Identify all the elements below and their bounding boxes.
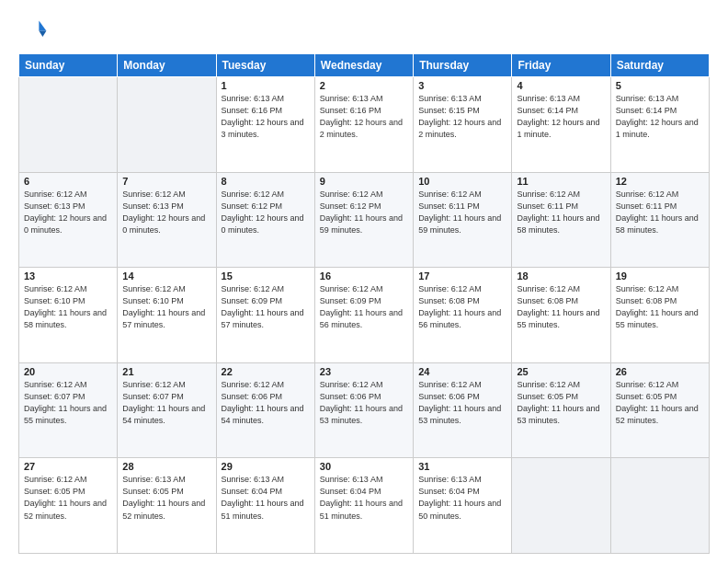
header-row: SundayMondayTuesdayWednesdayThursdayFrid…: [19, 54, 710, 77]
day-cell: 14Sunrise: 6:12 AMSunset: 6:10 PMDayligh…: [118, 268, 216, 363]
col-header-friday: Friday: [512, 54, 610, 77]
week-row-4: 20Sunrise: 6:12 AMSunset: 6:07 PMDayligh…: [19, 362, 710, 458]
day-cell: 24Sunrise: 6:12 AMSunset: 6:06 PMDayligh…: [414, 362, 512, 458]
day-number: 22: [222, 366, 310, 377]
day-detail: Sunrise: 6:12 AMSunset: 6:13 PMDaylight:…: [122, 189, 210, 236]
sunset-text: Sunset: 6:04 PM: [320, 486, 408, 498]
day-detail: Sunrise: 6:13 AMSunset: 6:15 PMDaylight:…: [418, 93, 506, 141]
day-number: 20: [24, 366, 112, 377]
col-header-thursday: Thursday: [414, 54, 512, 77]
day-number: 1: [222, 80, 310, 91]
sunset-text: Sunset: 6:09 PM: [222, 295, 310, 307]
sunset-text: Sunset: 6:14 PM: [517, 105, 605, 117]
sunset-text: Sunset: 6:06 PM: [418, 391, 506, 403]
day-number: 18: [517, 270, 605, 282]
day-number: 10: [418, 176, 506, 187]
col-header-wednesday: Wednesday: [314, 54, 413, 77]
day-detail: Sunrise: 6:12 AMSunset: 6:08 PMDaylight:…: [418, 283, 506, 331]
page: SundayMondayTuesdayWednesdayThursdayFrid…: [0, 0, 728, 563]
day-cell: 29Sunrise: 6:13 AMSunset: 6:04 PMDayligh…: [216, 458, 314, 554]
day-cell: 22Sunrise: 6:12 AMSunset: 6:06 PMDayligh…: [216, 362, 314, 458]
day-cell: [19, 77, 118, 173]
day-detail: Sunrise: 6:13 AMSunset: 6:04 PMDaylight:…: [320, 474, 408, 522]
sunrise-text: Sunrise: 6:12 AM: [24, 474, 112, 486]
day-number: 2: [320, 80, 408, 91]
sunrise-text: Sunrise: 6:12 AM: [122, 283, 210, 295]
sunset-text: Sunset: 6:07 PM: [122, 391, 210, 403]
daylight-text: Daylight: 11 hours and 53 minutes.: [418, 403, 506, 427]
sunset-text: Sunset: 6:06 PM: [222, 391, 310, 403]
daylight-text: Daylight: 11 hours and 54 minutes.: [222, 403, 310, 427]
sunset-text: Sunset: 6:12 PM: [222, 201, 310, 213]
sunset-text: Sunset: 6:11 PM: [418, 201, 506, 213]
sunset-text: Sunset: 6:13 PM: [122, 201, 210, 213]
sunset-text: Sunset: 6:08 PM: [616, 295, 704, 307]
day-number: 9: [320, 176, 408, 187]
day-cell: 6Sunrise: 6:12 AMSunset: 6:13 PMDaylight…: [19, 172, 118, 268]
day-cell: 19Sunrise: 6:12 AMSunset: 6:08 PMDayligh…: [610, 268, 709, 363]
sunset-text: Sunset: 6:14 PM: [616, 105, 704, 117]
day-cell: 17Sunrise: 6:12 AMSunset: 6:08 PMDayligh…: [414, 268, 512, 363]
sunrise-text: Sunrise: 6:13 AM: [122, 474, 210, 486]
day-number: 27: [24, 461, 112, 472]
day-detail: Sunrise: 6:12 AMSunset: 6:12 PMDaylight:…: [222, 189, 310, 236]
day-cell: 15Sunrise: 6:12 AMSunset: 6:09 PMDayligh…: [216, 268, 314, 363]
day-cell: 23Sunrise: 6:12 AMSunset: 6:06 PMDayligh…: [314, 362, 413, 458]
day-number: 29: [222, 461, 310, 472]
day-cell: 11Sunrise: 6:12 AMSunset: 6:11 PMDayligh…: [512, 172, 610, 268]
day-number: 19: [616, 270, 704, 282]
sunset-text: Sunset: 6:12 PM: [320, 201, 408, 213]
sunrise-text: Sunrise: 6:13 AM: [320, 93, 408, 105]
sunset-text: Sunset: 6:08 PM: [418, 295, 506, 307]
sunrise-text: Sunrise: 6:12 AM: [222, 379, 310, 391]
daylight-text: Daylight: 11 hours and 58 minutes.: [24, 307, 112, 331]
daylight-text: Daylight: 11 hours and 51 minutes.: [222, 498, 310, 522]
day-detail: Sunrise: 6:12 AMSunset: 6:11 PMDaylight:…: [418, 189, 506, 236]
sunrise-text: Sunrise: 6:12 AM: [616, 379, 704, 391]
sunrise-text: Sunrise: 6:12 AM: [24, 283, 112, 295]
day-detail: Sunrise: 6:13 AMSunset: 6:16 PMDaylight:…: [320, 93, 408, 141]
day-number: 26: [616, 366, 704, 377]
daylight-text: Daylight: 11 hours and 52 minutes.: [24, 498, 112, 522]
sunset-text: Sunset: 6:06 PM: [320, 391, 408, 403]
daylight-text: Daylight: 12 hours and 2 minutes.: [320, 117, 408, 141]
daylight-text: Daylight: 12 hours and 1 minute.: [517, 117, 605, 141]
day-cell: 16Sunrise: 6:12 AMSunset: 6:09 PMDayligh…: [314, 268, 413, 363]
day-detail: Sunrise: 6:13 AMSunset: 6:04 PMDaylight:…: [418, 474, 506, 522]
sunrise-text: Sunrise: 6:13 AM: [418, 474, 506, 486]
col-header-tuesday: Tuesday: [216, 54, 314, 77]
day-cell: 21Sunrise: 6:12 AMSunset: 6:07 PMDayligh…: [118, 362, 216, 458]
day-cell: 5Sunrise: 6:13 AMSunset: 6:14 PMDaylight…: [610, 77, 709, 173]
sunset-text: Sunset: 6:05 PM: [517, 391, 605, 403]
sunrise-text: Sunrise: 6:12 AM: [616, 189, 704, 201]
sunrise-text: Sunrise: 6:12 AM: [320, 189, 408, 201]
sunrise-text: Sunrise: 6:12 AM: [517, 283, 605, 295]
day-cell: 18Sunrise: 6:12 AMSunset: 6:08 PMDayligh…: [512, 268, 610, 363]
day-detail: Sunrise: 6:13 AMSunset: 6:14 PMDaylight:…: [616, 93, 704, 141]
svg-marker-1: [39, 31, 46, 37]
day-detail: Sunrise: 6:12 AMSunset: 6:08 PMDaylight:…: [517, 283, 605, 331]
day-detail: Sunrise: 6:12 AMSunset: 6:05 PMDaylight:…: [517, 379, 605, 427]
sunrise-text: Sunrise: 6:12 AM: [418, 283, 506, 295]
sunrise-text: Sunrise: 6:12 AM: [517, 189, 605, 201]
day-number: 30: [320, 461, 408, 472]
sunrise-text: Sunrise: 6:12 AM: [24, 189, 112, 201]
day-cell: 9Sunrise: 6:12 AMSunset: 6:12 PMDaylight…: [314, 172, 413, 268]
day-detail: Sunrise: 6:13 AMSunset: 6:14 PMDaylight:…: [517, 93, 605, 141]
day-detail: Sunrise: 6:13 AMSunset: 6:16 PMDaylight:…: [222, 93, 310, 141]
sunset-text: Sunset: 6:09 PM: [320, 295, 408, 307]
day-cell: [118, 77, 216, 173]
logo: [18, 15, 51, 44]
calendar: SundayMondayTuesdayWednesdayThursdayFrid…: [18, 53, 710, 554]
daylight-text: Daylight: 11 hours and 59 minutes.: [418, 213, 506, 236]
sunrise-text: Sunrise: 6:13 AM: [320, 474, 408, 486]
sunset-text: Sunset: 6:16 PM: [222, 105, 310, 117]
day-cell: 10Sunrise: 6:12 AMSunset: 6:11 PMDayligh…: [414, 172, 512, 268]
day-detail: Sunrise: 6:12 AMSunset: 6:11 PMDaylight:…: [616, 189, 704, 236]
sunset-text: Sunset: 6:10 PM: [24, 295, 112, 307]
sunset-text: Sunset: 6:04 PM: [222, 486, 310, 498]
sunrise-text: Sunrise: 6:12 AM: [222, 283, 310, 295]
sunrise-text: Sunrise: 6:13 AM: [616, 93, 704, 105]
day-detail: Sunrise: 6:12 AMSunset: 6:06 PMDaylight:…: [222, 379, 310, 427]
week-row-5: 27Sunrise: 6:12 AMSunset: 6:05 PMDayligh…: [19, 458, 710, 554]
